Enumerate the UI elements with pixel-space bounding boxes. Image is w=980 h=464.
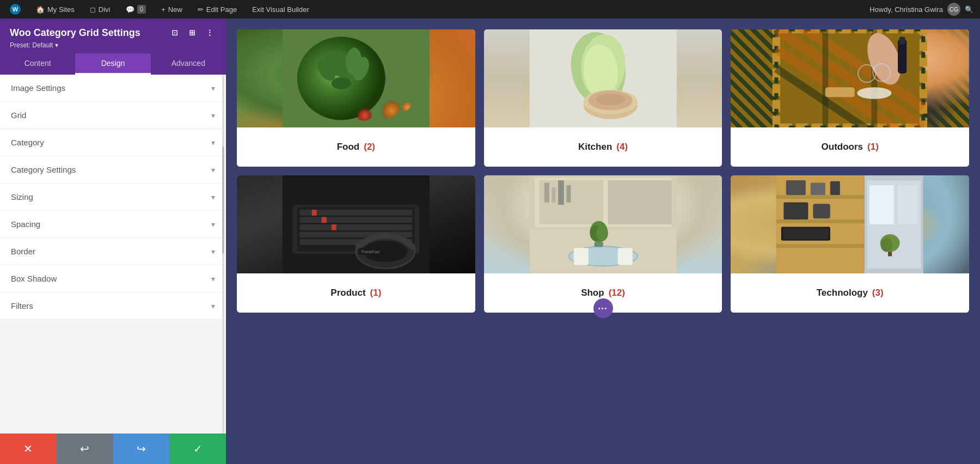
grid-card-shop[interactable]: Shop (12) [484, 175, 722, 313]
edit-page-button[interactable]: ✏ Edit Page [194, 4, 240, 15]
tab-advanced[interactable]: Advanced [151, 53, 226, 75]
svg-rect-63 [618, 248, 633, 265]
divi-button[interactable]: ◻ Divi [87, 4, 114, 15]
svg-point-67 [596, 225, 608, 241]
dots-icon: ••• [598, 305, 608, 312]
svg-rect-44 [312, 210, 317, 216]
outdoors-label: Outdoors (1) [731, 127, 969, 167]
sidebar-title: Woo Category Grid Settings ⊡ ⊞ ⋮ [10, 26, 216, 39]
comments-button[interactable]: 💬 0 [122, 4, 150, 15]
redo-icon: ↪ [137, 442, 146, 455]
settings-row-category-settings[interactable]: Category Settings ▾ [0, 156, 226, 184]
settings-row-filters[interactable]: Filters ▾ [0, 292, 226, 320]
svg-rect-40 [299, 217, 412, 223]
wp-icon: W [10, 4, 21, 15]
grid-view-icon[interactable]: ⊞ [186, 26, 199, 39]
settings-row-border[interactable]: Border ▾ [0, 238, 226, 265]
svg-point-9 [388, 88, 412, 113]
kitchen-label: Kitchen (4) [484, 127, 722, 167]
settings-row-sizing[interactable]: Sizing ▾ [0, 184, 226, 211]
checkmark-icon: ✓ [193, 442, 203, 455]
svg-rect-46 [332, 224, 336, 230]
svg-rect-58 [558, 180, 564, 205]
chevron-icon: ▾ [211, 166, 215, 174]
svg-rect-71 [776, 195, 865, 199]
search-icon[interactable]: 🔍 [965, 5, 973, 14]
avatar: CG [947, 3, 960, 16]
grid-card-technology[interactable]: Technology (3) [731, 175, 969, 313]
undo-button[interactable]: ↩ [57, 434, 113, 464]
chevron-icon: ▾ [211, 247, 215, 256]
svg-rect-62 [574, 248, 589, 265]
food-svg [237, 29, 475, 127]
svg-rect-84 [898, 185, 917, 224]
svg-rect-19 [530, 29, 677, 127]
settings-row-grid[interactable]: Grid ▾ [0, 102, 226, 129]
food-image [237, 29, 475, 127]
chevron-down-icon: ▾ [55, 41, 58, 49]
my-sites-button[interactable]: 🏠 My Sites [33, 4, 78, 15]
comment-icon: 💬 [126, 5, 134, 14]
svg-rect-76 [830, 181, 840, 195]
svg-rect-45 [322, 217, 327, 223]
settings-row-image-settings[interactable]: Image Settings ▾ [0, 75, 226, 102]
exit-visual-builder-button[interactable]: Exit Visual Builder [249, 4, 313, 15]
technology-svg [731, 175, 969, 273]
settings-row-spacing[interactable]: Spacing ▾ [0, 211, 226, 238]
svg-rect-68 [594, 242, 603, 247]
wp-logo-button[interactable]: W [7, 3, 24, 16]
product-label: Product (1) [237, 273, 475, 313]
chevron-icon: ▾ [211, 220, 215, 229]
settings-row-box-shadow[interactable]: Box Shadow ▾ [0, 265, 226, 292]
chevron-icon: ▾ [211, 193, 215, 202]
tab-content[interactable]: Content [0, 53, 75, 75]
close-icon: ✕ [23, 442, 33, 455]
preset-selector[interactable]: Preset: Default ▾ [10, 41, 216, 49]
svg-rect-55 [608, 180, 672, 224]
grid-card-kitchen[interactable]: Kitchen (4) [484, 29, 722, 167]
svg-rect-31 [899, 37, 905, 45]
minimize-icon[interactable]: ⊡ [168, 26, 181, 39]
divi-icon: ◻ [90, 5, 96, 14]
shop-image [484, 175, 722, 273]
product-image: ThinkPad [237, 175, 475, 273]
sidebar: Woo Category Grid Settings ⊡ ⊞ ⋮ Preset:… [0, 19, 226, 464]
svg-point-87 [881, 238, 893, 252]
outdoors-image [731, 29, 969, 127]
sidebar-tabs: Content Design Advanced [0, 53, 226, 75]
tab-design[interactable]: Design [75, 53, 150, 75]
svg-rect-72 [776, 219, 865, 223]
sidebar-content: Image Settings ▾ Grid ▾ Category ▾ Categ… [0, 75, 226, 434]
shop-svg [484, 175, 722, 273]
svg-point-34 [857, 87, 892, 99]
svg-rect-78 [813, 204, 831, 218]
svg-rect-57 [552, 188, 555, 203]
sidebar-title-icons: ⊡ ⊞ ⋮ [168, 26, 216, 39]
cancel-button[interactable]: ✕ [0, 434, 57, 464]
chevron-icon: ▾ [211, 84, 215, 93]
comment-count: 0 [137, 5, 146, 14]
main-layout: Woo Category Grid Settings ⊡ ⊞ ⋮ Preset:… [0, 19, 980, 464]
svg-rect-41 [299, 224, 412, 230]
svg-rect-35 [825, 87, 855, 97]
pencil-icon: ✏ [198, 5, 204, 14]
sidebar-actions: ✕ ↩ ↪ ✓ [0, 434, 226, 464]
redo-button[interactable]: ↪ [113, 434, 170, 464]
settings-row-category[interactable]: Category ▾ [0, 129, 226, 156]
new-button[interactable]: + New [158, 4, 186, 15]
save-button[interactable]: ✓ [169, 434, 226, 464]
grid-card-product[interactable]: ThinkPad Product (1) [237, 175, 475, 313]
admin-bar: W 🏠 My Sites ◻ Divi 💬 0 + New ✏ Edit Pag… [0, 0, 980, 19]
grid-card-outdoors[interactable]: Outdoors (1) [731, 29, 969, 167]
svg-rect-83 [869, 185, 894, 224]
grid-card-food[interactable]: Food (2) [237, 29, 475, 167]
more-options-icon[interactable]: ⋮ [203, 26, 216, 39]
content-area: Food (2) [226, 19, 980, 464]
outdoors-svg [731, 29, 969, 127]
technology-image [731, 175, 969, 273]
svg-rect-75 [811, 183, 825, 196]
more-options-button[interactable]: ••• [593, 298, 613, 318]
sidebar-header: Woo Category Grid Settings ⊡ ⊞ ⋮ Preset:… [0, 19, 226, 53]
svg-rect-77 [784, 203, 808, 220]
kitchen-svg [484, 29, 722, 127]
